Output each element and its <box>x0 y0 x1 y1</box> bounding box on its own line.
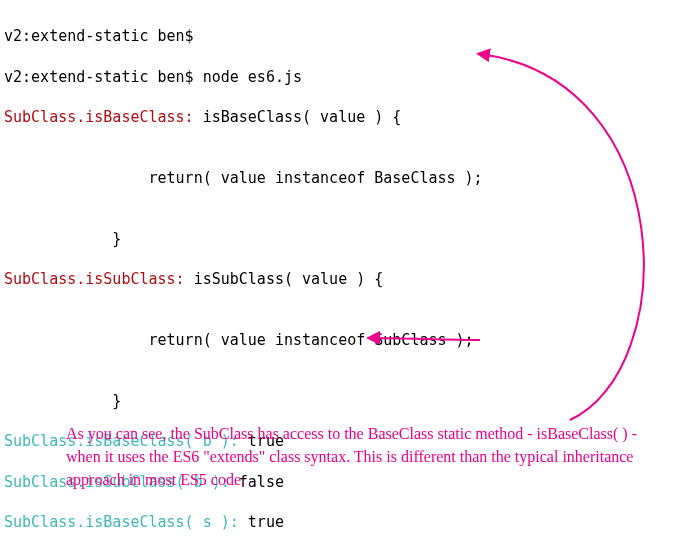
output-label: SubClass.isBaseClass: <box>4 108 194 126</box>
output-line: SubClass.isBaseClass( s ): true <box>4 512 700 532</box>
output-line: return( value instanceof BaseClass ); <box>4 168 700 188</box>
prompt-line: v2:extend-static ben$ <box>4 26 700 46</box>
output-label: SubClass.isSubClass: <box>4 270 185 288</box>
command: node es6.js <box>203 68 302 86</box>
annotation-text: As you can see, the SubClass has access … <box>66 422 666 492</box>
output-line: SubClass.isBaseClass: isBaseClass( value… <box>4 107 700 127</box>
output-text: isSubClass( value ) { <box>185 270 384 288</box>
prompt: v2:extend-static ben$ <box>4 68 203 86</box>
output-line: } <box>4 391 700 411</box>
prompt: v2:extend-static ben$ <box>4 27 203 45</box>
output-line: SubClass.isSubClass: isSubClass( value )… <box>4 269 700 289</box>
output-value: true <box>239 513 284 531</box>
output-text: isBaseClass( value ) { <box>194 108 402 126</box>
output-label: SubClass.isBaseClass( s ): <box>4 513 239 531</box>
output-line: } <box>4 229 700 249</box>
output-line: return( value instanceof SubClass ); <box>4 330 700 350</box>
command-line: v2:extend-static ben$ node es6.js <box>4 67 700 87</box>
